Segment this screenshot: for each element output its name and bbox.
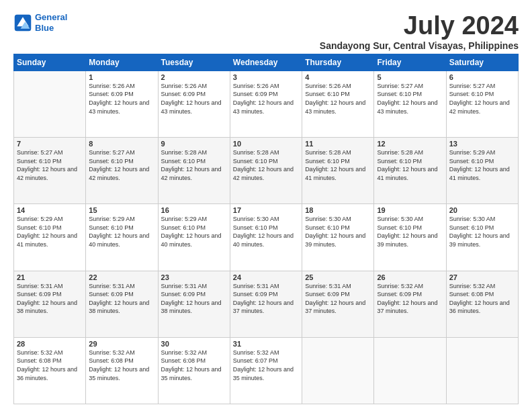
day-info: Sunrise: 5:28 AM Sunset: 6:10 PM Dayligh… <box>377 148 443 182</box>
table-row: 6Sunrise: 5:27 AM Sunset: 6:10 PM Daylig… <box>446 71 518 137</box>
table-row: 1Sunrise: 5:26 AM Sunset: 6:09 PM Daylig… <box>86 71 158 137</box>
table-row: 30Sunrise: 5:32 AM Sunset: 6:08 PM Dayli… <box>158 337 230 404</box>
day-info: Sunrise: 5:30 AM Sunset: 6:10 PM Dayligh… <box>449 215 515 248</box>
day-number: 10 <box>233 140 299 148</box>
day-info: Sunrise: 5:26 AM Sunset: 6:09 PM Dayligh… <box>233 82 299 116</box>
day-number: 30 <box>161 340 227 348</box>
day-info: Sunrise: 5:31 AM Sunset: 6:09 PM Dayligh… <box>17 282 83 316</box>
day-info: Sunrise: 5:27 AM Sunset: 6:10 PM Dayligh… <box>89 148 154 182</box>
day-number: 21 <box>17 273 83 281</box>
location-title: Sandayong Sur, Central Visayas, Philippi… <box>320 40 519 51</box>
table-row: 4Sunrise: 5:26 AM Sunset: 6:10 PM Daylig… <box>302 71 374 137</box>
day-number: 17 <box>233 206 299 214</box>
header-thursday: Thursday <box>302 54 374 71</box>
day-number: 8 <box>89 140 154 148</box>
calendar-week-row: 14Sunrise: 5:29 AM Sunset: 6:10 PM Dayli… <box>14 204 519 271</box>
calendar-week-row: 21Sunrise: 5:31 AM Sunset: 6:09 PM Dayli… <box>14 271 519 337</box>
day-info: Sunrise: 5:29 AM Sunset: 6:10 PM Dayligh… <box>161 215 227 248</box>
calendar-week-row: 1Sunrise: 5:26 AM Sunset: 6:09 PM Daylig… <box>14 71 519 137</box>
day-info: Sunrise: 5:31 AM Sunset: 6:09 PM Dayligh… <box>161 282 227 316</box>
day-info: Sunrise: 5:26 AM Sunset: 6:10 PM Dayligh… <box>305 82 371 116</box>
header-monday: Monday <box>86 54 158 71</box>
table-row: 31Sunrise: 5:32 AM Sunset: 6:07 PM Dayli… <box>230 337 302 404</box>
calendar-table: Sunday Monday Tuesday Wednesday Thursday… <box>13 54 519 404</box>
table-row: 2Sunrise: 5:26 AM Sunset: 6:09 PM Daylig… <box>158 71 230 137</box>
day-info: Sunrise: 5:26 AM Sunset: 6:09 PM Dayligh… <box>161 82 227 116</box>
day-info: Sunrise: 5:31 AM Sunset: 6:09 PM Dayligh… <box>89 282 154 316</box>
day-number: 20 <box>449 206 515 214</box>
day-number: 25 <box>305 273 371 281</box>
table-row: 24Sunrise: 5:31 AM Sunset: 6:09 PM Dayli… <box>230 271 302 337</box>
table-row: 16Sunrise: 5:29 AM Sunset: 6:10 PM Dayli… <box>158 204 230 271</box>
header-saturday: Saturday <box>446 54 518 71</box>
day-info: Sunrise: 5:32 AM Sunset: 6:08 PM Dayligh… <box>161 349 227 382</box>
day-number: 4 <box>305 73 371 81</box>
table-row: 17Sunrise: 5:30 AM Sunset: 6:10 PM Dayli… <box>230 204 302 271</box>
calendar-header-row: Sunday Monday Tuesday Wednesday Thursday… <box>14 54 519 71</box>
day-number: 3 <box>233 73 299 81</box>
table-row: 18Sunrise: 5:30 AM Sunset: 6:10 PM Dayli… <box>302 204 374 271</box>
day-info: Sunrise: 5:29 AM Sunset: 6:10 PM Dayligh… <box>17 215 83 248</box>
day-number: 24 <box>233 273 299 281</box>
table-row: 22Sunrise: 5:31 AM Sunset: 6:09 PM Dayli… <box>86 271 158 337</box>
table-row: 10Sunrise: 5:28 AM Sunset: 6:10 PM Dayli… <box>230 138 302 204</box>
day-info: Sunrise: 5:27 AM Sunset: 6:10 PM Dayligh… <box>449 82 515 116</box>
logo-line1: General <box>35 12 67 22</box>
header-sunday: Sunday <box>14 54 86 71</box>
calendar-week-row: 7Sunrise: 5:27 AM Sunset: 6:10 PM Daylig… <box>14 138 519 204</box>
table-row: 12Sunrise: 5:28 AM Sunset: 6:10 PM Dayli… <box>374 138 446 204</box>
day-number: 15 <box>89 206 154 214</box>
table-row: 20Sunrise: 5:30 AM Sunset: 6:10 PM Dayli… <box>446 204 518 271</box>
table-row: 25Sunrise: 5:31 AM Sunset: 6:09 PM Dayli… <box>302 271 374 337</box>
day-info: Sunrise: 5:27 AM Sunset: 6:10 PM Dayligh… <box>377 82 443 116</box>
logo-icon <box>13 13 32 32</box>
table-row: 15Sunrise: 5:29 AM Sunset: 6:10 PM Dayli… <box>86 204 158 271</box>
page: General Blue July 2024 Sandayong Sur, Ce… <box>0 0 532 411</box>
header-tuesday: Tuesday <box>158 54 230 71</box>
table-row: 29Sunrise: 5:32 AM Sunset: 6:08 PM Dayli… <box>86 337 158 404</box>
title-block: July 2024 Sandayong Sur, Central Visayas… <box>320 12 519 51</box>
table-row: 19Sunrise: 5:30 AM Sunset: 6:10 PM Dayli… <box>374 204 446 271</box>
day-info: Sunrise: 5:30 AM Sunset: 6:10 PM Dayligh… <box>305 215 371 248</box>
table-row: 26Sunrise: 5:32 AM Sunset: 6:09 PM Dayli… <box>374 271 446 337</box>
day-info: Sunrise: 5:28 AM Sunset: 6:10 PM Dayligh… <box>233 148 299 182</box>
table-row <box>446 337 518 404</box>
day-info: Sunrise: 5:32 AM Sunset: 6:08 PM Dayligh… <box>89 349 154 382</box>
day-number: 9 <box>161 140 227 148</box>
day-info: Sunrise: 5:32 AM Sunset: 6:09 PM Dayligh… <box>377 282 443 316</box>
table-row: 27Sunrise: 5:32 AM Sunset: 6:08 PM Dayli… <box>446 271 518 337</box>
day-number: 19 <box>377 206 443 214</box>
day-number: 23 <box>161 273 227 281</box>
table-row: 28Sunrise: 5:32 AM Sunset: 6:08 PM Dayli… <box>14 337 86 404</box>
table-row: 13Sunrise: 5:29 AM Sunset: 6:10 PM Dayli… <box>446 138 518 204</box>
day-number: 14 <box>17 206 83 214</box>
day-number: 2 <box>161 73 227 81</box>
day-info: Sunrise: 5:29 AM Sunset: 6:10 PM Dayligh… <box>449 148 515 182</box>
day-info: Sunrise: 5:28 AM Sunset: 6:10 PM Dayligh… <box>161 148 227 182</box>
table-row: 8Sunrise: 5:27 AM Sunset: 6:10 PM Daylig… <box>86 138 158 204</box>
table-row <box>302 337 374 404</box>
day-info: Sunrise: 5:30 AM Sunset: 6:10 PM Dayligh… <box>377 215 443 248</box>
table-row <box>374 337 446 404</box>
month-title: July 2024 <box>320 12 519 40</box>
day-number: 16 <box>161 206 227 214</box>
table-row: 9Sunrise: 5:28 AM Sunset: 6:10 PM Daylig… <box>158 138 230 204</box>
day-number: 18 <box>305 206 371 214</box>
day-number: 11 <box>305 140 371 148</box>
day-number: 1 <box>89 73 154 81</box>
day-number: 22 <box>89 273 154 281</box>
day-number: 27 <box>449 273 515 281</box>
calendar-week-row: 28Sunrise: 5:32 AM Sunset: 6:08 PM Dayli… <box>14 337 519 404</box>
day-info: Sunrise: 5:31 AM Sunset: 6:09 PM Dayligh… <box>233 282 299 316</box>
header-friday: Friday <box>374 54 446 71</box>
table-row: 11Sunrise: 5:28 AM Sunset: 6:10 PM Dayli… <box>302 138 374 204</box>
day-number: 26 <box>377 273 443 281</box>
day-info: Sunrise: 5:26 AM Sunset: 6:09 PM Dayligh… <box>89 82 154 116</box>
day-number: 12 <box>377 140 443 148</box>
table-row: 23Sunrise: 5:31 AM Sunset: 6:09 PM Dayli… <box>158 271 230 337</box>
table-row: 3Sunrise: 5:26 AM Sunset: 6:09 PM Daylig… <box>230 71 302 137</box>
day-info: Sunrise: 5:32 AM Sunset: 6:08 PM Dayligh… <box>449 282 515 316</box>
header: General Blue July 2024 Sandayong Sur, Ce… <box>13 12 519 51</box>
day-info: Sunrise: 5:32 AM Sunset: 6:07 PM Dayligh… <box>233 349 299 382</box>
day-info: Sunrise: 5:28 AM Sunset: 6:10 PM Dayligh… <box>305 148 371 182</box>
